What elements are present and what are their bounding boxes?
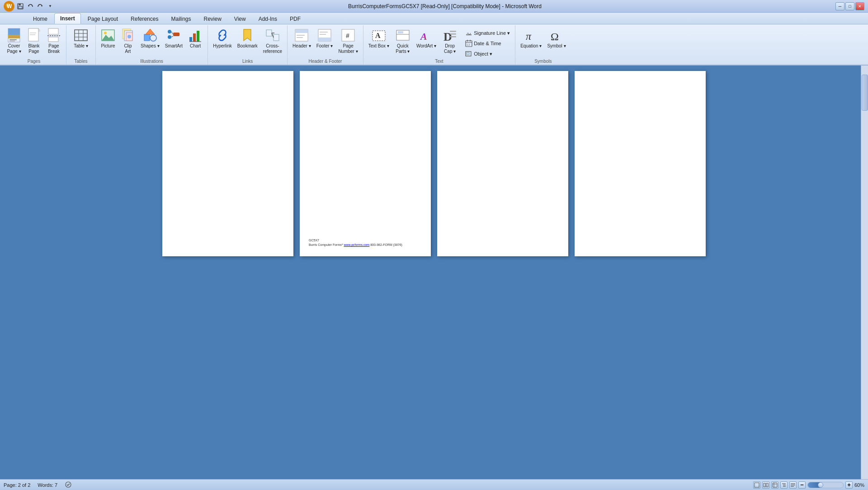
close-btn[interactable]: ✕ xyxy=(855,2,864,10)
pages-container: GC5X7 Burris Computer Forms* www.pcforms… xyxy=(162,71,706,474)
draft-btn[interactable] xyxy=(789,481,797,489)
outline-btn[interactable] xyxy=(780,481,788,489)
date-time-btn[interactable]: 1 2 Date & Time xyxy=(463,38,512,48)
doc-page-1[interactable] xyxy=(162,71,293,256)
pages-group-label: Pages xyxy=(28,59,40,65)
text-box-btn[interactable]: A Text Box ▾ xyxy=(366,26,392,51)
svg-rect-73 xyxy=(467,52,469,55)
redo-quick-btn[interactable] xyxy=(36,2,44,10)
scrollbar-track[interactable] xyxy=(861,66,868,479)
text-group-label: Text xyxy=(435,59,443,65)
doc-page-4[interactable] xyxy=(575,71,706,256)
cover-page-btn[interactable]: CoverPage ▾ xyxy=(5,26,24,56)
table-label: Table ▾ xyxy=(74,43,88,49)
zoom-level[interactable]: 60% xyxy=(854,482,864,488)
signature-line-icon xyxy=(465,29,472,37)
chart-btn[interactable]: Chart xyxy=(186,26,205,51)
text-small-btns: Signature Line ▾ 1 2 Date & Time xyxy=(463,26,512,59)
chart-label: Chart xyxy=(190,43,201,49)
svg-point-30 xyxy=(127,35,131,38)
text-box-label: Text Box ▾ xyxy=(368,43,389,49)
svg-rect-36 xyxy=(173,33,179,36)
maximize-btn[interactable]: □ xyxy=(845,2,854,10)
ribbon-group-links: Hyperlink Bookmark xyxy=(208,25,288,65)
quick-parts-btn[interactable]: QuickParts ▾ xyxy=(393,26,412,56)
header-label: Header ▾ xyxy=(292,43,311,49)
svg-rect-10 xyxy=(9,39,17,40)
status-right: − + 60% xyxy=(753,481,864,489)
header-btn[interactable]: Header ▾ xyxy=(290,26,313,51)
svg-rect-79 xyxy=(766,483,768,487)
picture-btn[interactable]: Picture xyxy=(99,26,118,51)
smartart-btn[interactable]: SmartArt xyxy=(163,26,185,51)
footer-btn[interactable]: Footer ▾ xyxy=(314,26,335,51)
footer-link[interactable]: www.pcforms.com xyxy=(344,243,369,246)
ribbon-group-symbols: π Equation ▾ Ω Symbol ▾ Symbols xyxy=(515,25,571,65)
hyperlink-btn[interactable]: Hyperlink xyxy=(211,26,234,51)
equation-btn[interactable]: π Equation ▾ xyxy=(518,26,544,51)
clip-art-btn[interactable]: ClipArt xyxy=(118,26,137,56)
object-label: Object ▾ xyxy=(474,51,492,57)
zoom-slider[interactable] xyxy=(807,482,844,488)
zoom-slider-thumb[interactable] xyxy=(818,482,823,488)
page-break-btn[interactable]: PageBreak xyxy=(44,26,63,56)
svg-marker-33 xyxy=(146,29,155,34)
table-btn[interactable]: Table ▾ xyxy=(69,26,93,51)
tab-pdf[interactable]: PDF xyxy=(284,14,307,24)
tab-view[interactable]: View xyxy=(228,14,252,24)
smartart-icon xyxy=(166,28,181,42)
symbol-label: Symbol ▾ xyxy=(547,43,566,49)
svg-rect-41 xyxy=(197,31,199,42)
object-icon xyxy=(465,50,472,57)
chart-icon xyxy=(188,28,203,42)
svg-rect-18 xyxy=(48,37,58,42)
svg-rect-19 xyxy=(75,30,87,41)
print-layout-btn[interactable] xyxy=(753,481,760,489)
signature-line-btn[interactable]: Signature Line ▾ xyxy=(463,28,512,38)
customize-quick-btn[interactable]: ▼ xyxy=(46,2,54,10)
minimize-btn[interactable]: ─ xyxy=(835,2,844,10)
object-btn[interactable]: Object ▾ xyxy=(463,49,512,59)
word-count: Words: 7 xyxy=(38,482,57,488)
zoom-plus-btn[interactable]: + xyxy=(845,481,853,489)
page-number-btn[interactable]: # PageNumber ▾ xyxy=(336,26,360,56)
svg-rect-78 xyxy=(764,483,765,487)
zoom-minus-btn[interactable]: − xyxy=(798,481,806,489)
tab-references[interactable]: References xyxy=(125,14,164,24)
symbol-btn[interactable]: Ω Symbol ▾ xyxy=(545,26,568,51)
doc-page-3[interactable] xyxy=(437,71,568,256)
tab-pagelayout[interactable]: Page Layout xyxy=(82,14,124,24)
shapes-btn[interactable]: Shapes ▾ xyxy=(138,26,162,51)
tab-mailings[interactable]: Mailings xyxy=(165,14,197,24)
tab-insert[interactable]: Insert xyxy=(54,13,81,24)
blank-page-btn[interactable]: BlankPage xyxy=(24,26,43,56)
web-layout-btn[interactable] xyxy=(771,481,778,489)
page-number-label: PageNumber ▾ xyxy=(338,43,358,54)
drop-cap-btn[interactable]: D DropCap ▾ xyxy=(440,26,459,56)
ribbon-group-illustrations: Picture ClipArt xyxy=(96,25,208,65)
page-break-label: PageBreak xyxy=(48,43,60,54)
footer-line1: GC5X7 xyxy=(309,238,402,243)
svg-text:#: # xyxy=(346,32,349,39)
track-changes-icon[interactable] xyxy=(65,481,72,489)
tab-addins[interactable]: Add-Ins xyxy=(253,14,283,24)
title-bar-title: BurrisComputerFormsGC5X7 [Read-Only] [Co… xyxy=(54,3,835,9)
svg-rect-44 xyxy=(274,34,279,41)
cross-reference-label: Cross-reference xyxy=(263,43,282,54)
footer-label: Footer ▾ xyxy=(316,43,333,49)
scrollbar-thumb[interactable] xyxy=(862,75,868,111)
office-logo[interactable]: W xyxy=(4,1,14,12)
wordart-btn[interactable]: A WordArt ▾ xyxy=(414,26,439,51)
svg-rect-64 xyxy=(450,33,456,35)
page-break-icon xyxy=(47,28,61,42)
cross-reference-btn[interactable]: Cross-reference xyxy=(261,26,284,56)
full-reading-btn[interactable] xyxy=(762,481,769,489)
undo-quick-btn[interactable] xyxy=(26,2,34,10)
svg-rect-53 xyxy=(320,34,326,35)
save-quick-btn[interactable] xyxy=(16,2,24,10)
blank-page-icon xyxy=(27,28,41,42)
bookmark-btn[interactable]: Bookmark xyxy=(235,26,260,51)
doc-page-2[interactable]: GC5X7 Burris Computer Forms* www.pcforms… xyxy=(300,71,431,256)
tab-home[interactable]: Home xyxy=(27,14,53,24)
tab-review[interactable]: Review xyxy=(198,14,227,24)
